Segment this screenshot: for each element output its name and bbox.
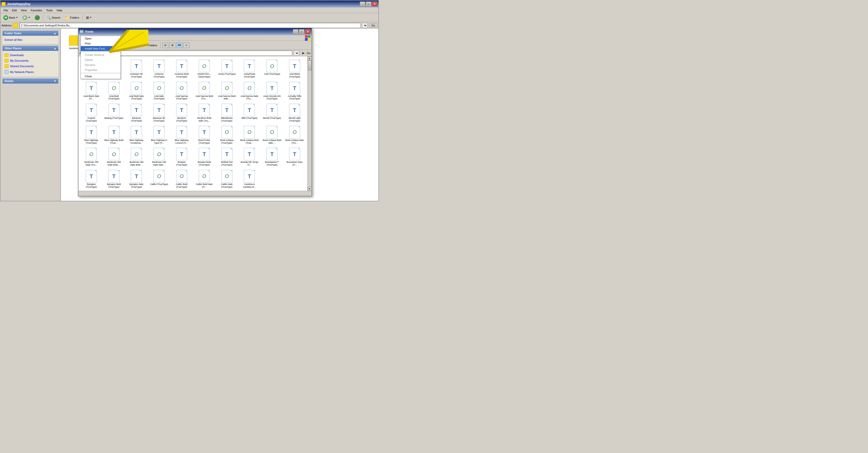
font-item[interactable]: T Boopee Bold (TrueType)	[193, 147, 215, 168]
view-filmstrip-button[interactable]: ⊟	[162, 42, 168, 48]
font-item[interactable]: T Berylium (TrueType)	[171, 102, 192, 124]
font-item[interactable]: O Book Antiqua Bold Italic ...	[261, 125, 283, 146]
font-item[interactable]: T Airstream NF (TrueType)	[126, 58, 148, 80]
fonts-address-dropdown[interactable]	[293, 51, 299, 56]
font-item[interactable]: T Bottled Fart (TrueType)	[216, 147, 238, 168]
context-menu-item: Rename	[81, 62, 121, 67]
forward-button[interactable]: ▶ ▼	[21, 14, 32, 21]
context-menu-item[interactable]: Close	[81, 74, 121, 79]
scroll-down-button[interactable]: ▼	[308, 187, 312, 191]
font-item[interactable]: T Arial Black Italic (Tr...	[81, 81, 102, 102]
font-item[interactable]: O Bookman Old Style Bold ...	[103, 147, 125, 168]
font-item[interactable]: T Byington Bold (TrueType)	[103, 169, 125, 190]
font-item[interactable]: O Arial Italic (TrueType)	[148, 81, 170, 102]
fonts-minimize-button[interactable]: _	[293, 29, 299, 34]
go-button[interactable]: Go	[369, 23, 377, 27]
font-item[interactable]: T Blue Highway Linocut (Tr...	[171, 125, 192, 146]
font-item[interactable]: O Calibri Italic (TrueType)	[216, 169, 238, 190]
view-tiles-button[interactable]: AB	[176, 42, 182, 48]
menu-file[interactable]: File	[1, 8, 10, 12]
back-dropdown-icon[interactable]: ▼	[16, 17, 18, 19]
font-item[interactable]: T Blue Highway (TrueType)	[81, 125, 102, 146]
font-item[interactable]: O Book Antiqua Bold (True...	[239, 125, 260, 146]
font-item[interactable]: T Biondi Light (TrueType)	[284, 102, 305, 124]
font-item[interactable]: T Blue Highway D Type (Tr...	[148, 125, 170, 146]
font-item[interactable]: T Byington Italic (TrueType)	[126, 169, 148, 190]
font-item[interactable]: O Calibri Bold (TrueType)	[171, 169, 192, 190]
extract-all-files-link[interactable]: Extract all files	[4, 38, 56, 42]
menu-favorites[interactable]: Favorites	[29, 8, 44, 12]
font-item[interactable]: O Arial Narrow (TrueType)	[171, 81, 192, 102]
close-button[interactable]: ✕	[372, 1, 377, 6]
view-thumbnails-button[interactable]: ⊞	[169, 42, 175, 48]
maximize-button[interactable]: □	[366, 1, 371, 6]
menu-view[interactable]: View	[19, 8, 29, 12]
font-item[interactable]: T Cambria & Cambria M...	[239, 169, 260, 190]
view-icons-button[interactable]: ≡	[183, 42, 189, 48]
menu-help[interactable]: Help	[55, 8, 64, 12]
font-item[interactable]: T Biondi (TrueType)	[261, 102, 283, 124]
details-header[interactable]: Details ▼	[2, 79, 58, 84]
folder-tasks-header[interactable]: Folder Tasks ▲	[2, 31, 58, 36]
font-item[interactable]: T Blue Highway Bold (True...	[103, 125, 125, 146]
font-item[interactable]: T Berylium Bold Italic (Tru...	[193, 102, 215, 124]
font-item[interactable]: T Amienne (TrueType)	[148, 58, 170, 80]
my-documents-link[interactable]: My Documents	[4, 58, 56, 63]
font-item[interactable]: O Bookman Old Style Italic...	[148, 147, 170, 168]
font-item[interactable]: O Arial Bold Italic (TrueType)	[126, 81, 148, 102]
font-item[interactable]: O Bookman Old Style Bold ...	[126, 147, 148, 168]
font-item[interactable]: T Blue Highway Condense...	[126, 125, 148, 146]
views-dropdown-icon[interactable]: ▼	[90, 17, 92, 19]
font-item[interactable]: T AntsyPants (TrueType)	[239, 58, 260, 80]
font-item[interactable]: O Calibri Bold Italic (Tr...	[193, 169, 215, 190]
font-item[interactable]: T Batang (TrueType)	[103, 102, 125, 124]
font-item[interactable]: T Arial Black (TrueType)	[284, 58, 305, 80]
font-item[interactable]: T BoereTudor (TrueType)	[193, 125, 215, 146]
font-item[interactable]: T Billo (TrueType)	[239, 102, 260, 124]
my-network-places-link[interactable]: My Network Places	[4, 69, 56, 74]
font-item[interactable]: T Arial Unicode MS (TrueType)	[261, 81, 283, 102]
back-button[interactable]: ◀ Back ▼	[1, 14, 20, 21]
font-item[interactable]: O Book Antiqua (TrueType)	[216, 125, 238, 146]
fonts-close-button[interactable]: ✕	[305, 29, 310, 34]
font-item[interactable]: O Arial Narrow Bold (Tru...	[193, 81, 215, 102]
address-dropdown[interactable]	[362, 23, 368, 28]
other-places-header[interactable]: Other Places ▲	[2, 46, 58, 51]
fonts-maximize-button[interactable]: □	[299, 29, 304, 34]
downloads-link[interactable]: Downloads	[4, 53, 56, 57]
fonts-go-arrow[interactable]: ➤	[302, 51, 305, 55]
font-item[interactable]: T Brandywine™ (TrueType)	[261, 147, 283, 168]
font-item[interactable]: O Arial Narrow Bold Italic...	[216, 81, 238, 102]
up-button[interactable]: ↑	[33, 14, 41, 21]
views-button[interactable]: ⊞ ▼	[84, 14, 94, 21]
font-item[interactable]: O ANGELTEA... (OpenType)	[193, 58, 215, 80]
font-item[interactable]: O Arial Bold (TrueType)	[103, 81, 125, 102]
font-item[interactable]: T Boopee (TrueType)	[171, 147, 192, 168]
scroll-up-button[interactable]: ▲	[308, 56, 312, 60]
menu-edit[interactable]: Edit	[10, 8, 19, 12]
font-item[interactable]: T Annie (TrueType)	[216, 58, 238, 80]
font-item[interactable]: T Byington (TrueType)	[81, 169, 102, 190]
font-item[interactable]: T Armalite Rifle (TrueType)	[284, 81, 305, 102]
scroll-track[interactable]	[308, 60, 311, 187]
font-item[interactable]: T Baveuse 3D (TrueType)	[148, 102, 170, 124]
search-button[interactable]: 🔍 Search	[45, 14, 62, 21]
font-item[interactable]: T Arnprior (TrueType)	[81, 102, 102, 124]
font-item[interactable]: O Calibri (TrueType)	[148, 169, 170, 190]
forward-dropdown-icon[interactable]: ▼	[28, 17, 30, 19]
address-input[interactable]	[20, 23, 361, 28]
folders-button[interactable]: 📁 Folders	[63, 14, 81, 21]
font-item[interactable]: O Arial (TrueType)	[261, 58, 283, 80]
menu-tools[interactable]: Tools	[44, 8, 55, 12]
shared-documents-link[interactable]: Shared Documents	[4, 64, 56, 68]
minimize-button[interactable]: _	[360, 1, 365, 6]
font-item[interactable]: T Amienne Bold (TrueType)	[171, 58, 192, 80]
font-item[interactable]: T Burnstown Dam (Tr...	[284, 147, 305, 168]
font-item[interactable]: T BikerBones (TrueType)	[216, 102, 238, 124]
font-item[interactable]: O Book Antiqua Italic (Tru...	[284, 125, 305, 146]
font-item[interactable]: O Arial Narrow Italic (Tru...	[239, 81, 260, 102]
font-item[interactable]: O Bookman Old Style (Tru...	[81, 147, 102, 168]
font-item[interactable]: T Baveuse (TrueType)	[126, 102, 148, 124]
font-item[interactable]: T Brandy MF Script (T...	[239, 147, 260, 168]
scroll-thumb[interactable]	[308, 60, 311, 70]
